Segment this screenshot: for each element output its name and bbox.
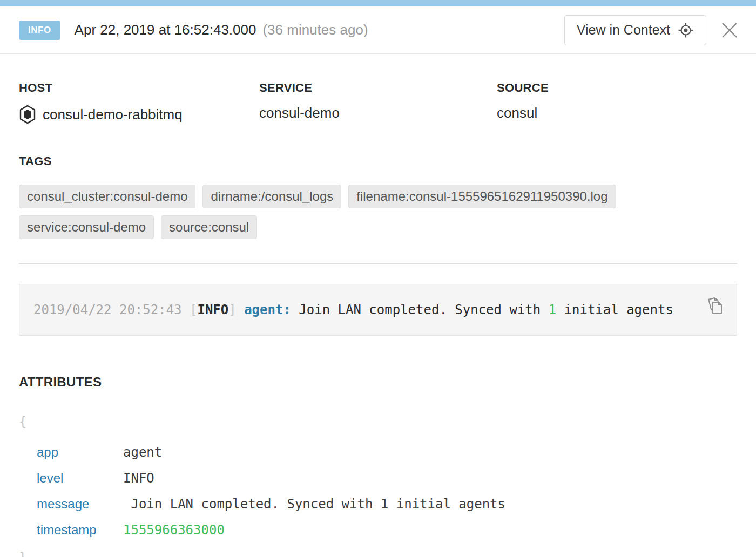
meta-columns: HOST consul-demo-rabbitmq SERVICE consul… — [19, 81, 737, 124]
log-message-box: 2019/04/22 20:52:43 [INFO] agent: Join L… — [19, 284, 737, 336]
view-in-context-label: View in Context — [577, 22, 670, 38]
close-panel-button[interactable] — [720, 21, 739, 39]
host-column: HOST consul-demo-rabbitmq — [19, 81, 259, 124]
tag-pill[interactable]: dirname:/consul_logs — [202, 185, 341, 208]
attribute-row: timestamp 1555966363000 — [19, 517, 737, 543]
crosshair-icon — [678, 22, 694, 38]
json-open-brace: { — [19, 413, 737, 430]
event-timestamp: Apr 22, 2019 at 16:52:43.000 — [75, 22, 256, 38]
source-column: SOURCE consul — [497, 81, 737, 124]
attribute-value[interactable]: INFO — [123, 466, 154, 491]
host-value: consul-demo-rabbitmq — [43, 106, 183, 123]
source-value[interactable]: consul — [497, 105, 737, 121]
attribute-row: message Join LAN completed. Synced with … — [19, 491, 737, 517]
log-line-text: initial agents — [556, 302, 673, 317]
copy-log-button[interactable] — [705, 295, 725, 316]
view-in-context-button[interactable]: View in Context — [564, 15, 706, 45]
tag-pill[interactable]: source:consul — [161, 215, 257, 239]
log-detail-header: INFO Apr 22, 2019 at 16:52:43.000 (36 mi… — [0, 6, 756, 54]
source-label: SOURCE — [497, 81, 737, 95]
tag-pill[interactable]: service:consul-demo — [19, 215, 154, 239]
log-line-timestamp: 2019/04/22 20:52:43 — [33, 302, 190, 317]
attribute-value[interactable]: 1555966363000 — [123, 518, 225, 543]
attribute-row: app agent — [19, 439, 737, 465]
log-line-level: INFO — [197, 302, 228, 317]
attribute-key[interactable]: message — [37, 491, 123, 517]
attribute-row: level INFO — [19, 465, 737, 491]
attribute-key[interactable]: timestamp — [37, 517, 123, 542]
service-value[interactable]: consul-demo — [259, 105, 497, 121]
tags-label: TAGS — [19, 154, 737, 168]
attribute-key[interactable]: level — [37, 465, 123, 491]
close-icon — [720, 21, 739, 39]
event-relative-time: (36 minutes ago) — [262, 22, 368, 38]
log-bracket-open: [ — [190, 302, 197, 317]
log-line-app: agent: — [237, 302, 291, 317]
status-badge: INFO — [19, 21, 60, 40]
copy-icon — [705, 295, 725, 316]
attributes-label: ATTRIBUTES — [19, 375, 737, 390]
host-value-row[interactable]: consul-demo-rabbitmq — [19, 105, 259, 124]
json-close-brace: } — [19, 549, 737, 557]
host-hexagon-icon — [19, 105, 36, 124]
service-column: SERVICE consul-demo — [259, 81, 497, 124]
log-bracket-close: ] — [228, 302, 236, 317]
tags-list: consul_cluster:consul-demo dirname:/cons… — [19, 185, 737, 239]
tag-pill[interactable]: consul_cluster:consul-demo — [19, 185, 195, 208]
log-line-number: 1 — [549, 302, 556, 317]
attribute-rows: app agent level INFO message Join LAN co… — [19, 439, 737, 543]
service-label: SERVICE — [259, 81, 497, 95]
attribute-value[interactable]: Join LAN completed. Synced with 1 initia… — [123, 492, 505, 517]
attributes-json: { app agent level INFO message Join LAN … — [19, 413, 737, 557]
tag-pill[interactable]: filename:consul-1555965162911950390.log — [348, 185, 616, 208]
log-line-text: Join LAN completed. Synced with — [291, 302, 549, 317]
section-divider — [19, 263, 737, 264]
log-detail-body: HOST consul-demo-rabbitmq SERVICE consul… — [0, 81, 756, 557]
tags-section: TAGS consul_cluster:consul-demo dirname:… — [19, 154, 737, 239]
attribute-value[interactable]: agent — [123, 440, 162, 465]
host-label: HOST — [19, 81, 259, 95]
severity-top-strip — [0, 0, 756, 6]
attribute-key[interactable]: app — [37, 439, 123, 465]
